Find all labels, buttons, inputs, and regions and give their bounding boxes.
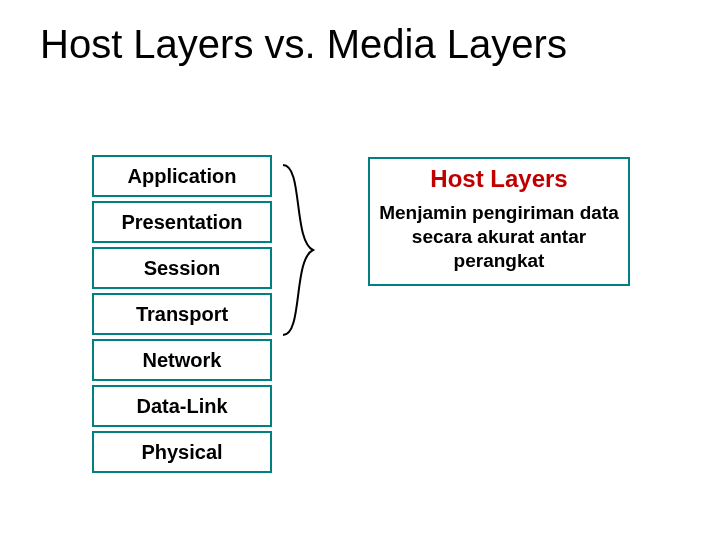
layer-presentation: Presentation [92, 201, 272, 243]
host-layers-box: Host Layers Menjamin pengiriman data sec… [368, 157, 630, 286]
layer-physical: Physical [92, 431, 272, 473]
host-layers-description: Menjamin pengiriman data secara akurat a… [378, 201, 620, 272]
brace-icon [278, 160, 328, 340]
layer-transport: Transport [92, 293, 272, 335]
host-layers-heading: Host Layers [378, 165, 620, 193]
layer-data-link: Data-Link [92, 385, 272, 427]
layer-application: Application [92, 155, 272, 197]
layer-network: Network [92, 339, 272, 381]
layer-session: Session [92, 247, 272, 289]
osi-layers-stack: Application Presentation Session Transpo… [92, 155, 272, 473]
slide: { "title": "Host Layers vs. Media Layers… [0, 0, 720, 540]
slide-title: Host Layers vs. Media Layers [40, 22, 567, 67]
